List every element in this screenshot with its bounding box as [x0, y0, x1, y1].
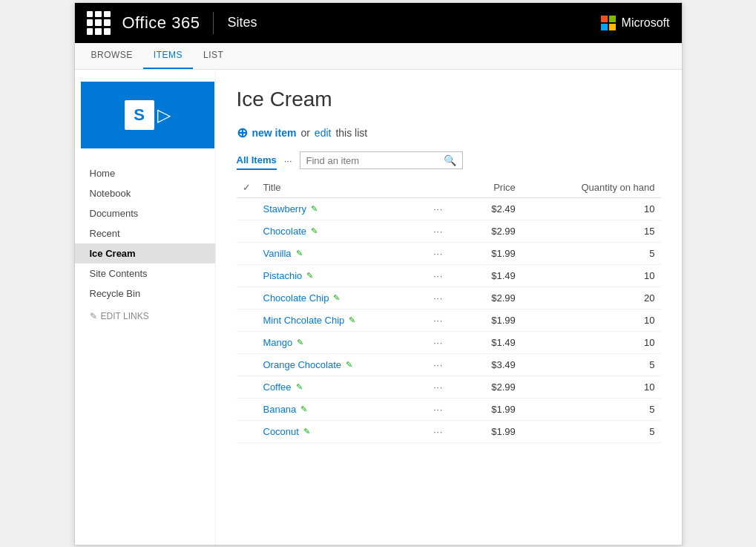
item-title-link[interactable]: Pistachio [263, 270, 303, 281]
item-edit-icon[interactable]: ✎ [306, 271, 313, 281]
all-items-button[interactable]: All Items [237, 151, 277, 170]
item-title-link[interactable]: Coconut [263, 426, 299, 437]
row-title-cell: Stawberry ✎ [257, 197, 428, 220]
sidebar-item-documents[interactable]: Documents [75, 203, 215, 223]
waffle-icon[interactable] [87, 11, 111, 35]
row-price-cell: $1.99 [463, 398, 522, 420]
item-title-link[interactable]: Chocolate [263, 226, 307, 237]
edit-list-link[interactable]: edit [315, 127, 332, 139]
item-context-menu[interactable]: ··· [433, 249, 443, 259]
sidebar-item-site-contents[interactable]: Site Contents [75, 263, 215, 284]
col-price-header: Price [463, 177, 522, 198]
new-item-bar: ⊕ new item or edit this list [237, 125, 661, 141]
sidebar-item-recent[interactable]: Recent [75, 223, 215, 243]
item-context-menu[interactable]: ··· [433, 293, 443, 304]
item-title-link[interactable]: Vanilla [263, 248, 292, 259]
app-title: Office 365 [122, 13, 200, 33]
item-title-link[interactable]: Banana [263, 404, 297, 415]
row-title-cell: Vanilla ✎ [257, 242, 428, 264]
row-price-cell: $2.99 [463, 286, 522, 309]
row-qty-cell: 15 [522, 220, 661, 242]
row-title-cell: Banana ✎ [257, 398, 428, 420]
table-row: Pistachio ✎ ··· $1.49 10 [237, 264, 661, 286]
item-title-link[interactable]: Stawberry [263, 203, 307, 214]
row-title-cell: Mint Chcolate Chip ✎ [257, 309, 428, 331]
row-qty-cell: 5 [522, 353, 661, 376]
row-qty-cell: 20 [522, 286, 661, 309]
ms-squares-icon [601, 16, 616, 30]
item-title-link[interactable]: Coffee [263, 381, 292, 393]
item-title-link[interactable]: Mint Chcolate Chip [263, 315, 345, 326]
sidebar-item-home[interactable]: Home [75, 163, 215, 183]
item-edit-icon[interactable]: ✎ [296, 249, 303, 258]
table-row: Mint Chcolate Chip ✎ ··· $1.99 10 [237, 309, 661, 331]
item-context-menu[interactable]: ··· [433, 382, 443, 393]
item-context-menu[interactable]: ··· [433, 427, 443, 437]
row-title-cell: Coconut ✎ [257, 420, 428, 442]
search-box: 🔍 [300, 151, 463, 169]
content-area: S ▷ Home Notebook Documents Recent Ice C… [75, 70, 682, 545]
item-title-link[interactable]: Chocolate Chip [263, 292, 329, 304]
row-menu-cell: ··· [427, 197, 462, 220]
col-title-header: Title [257, 177, 428, 198]
row-price-cell: $1.99 [463, 420, 522, 442]
row-price-cell: $1.99 [463, 242, 522, 264]
edit-links-button[interactable]: ✎ EDIT LINKS [75, 304, 215, 329]
edit-links-label: EDIT LINKS [101, 311, 149, 321]
row-title-cell: Mango ✎ [257, 331, 428, 353]
tab-browse[interactable]: BROWSE [81, 43, 143, 69]
item-edit-icon[interactable]: ✎ [303, 427, 310, 436]
search-input[interactable] [306, 155, 444, 166]
search-icon[interactable]: 🔍 [444, 154, 456, 166]
row-check-cell [237, 197, 257, 220]
ms-label: Microsoft [622, 16, 670, 30]
new-item-plus-icon: ⊕ [237, 125, 248, 141]
row-title-cell: Chocolate Chip ✎ [257, 286, 428, 309]
item-title-link[interactable]: Mango [263, 337, 293, 348]
row-qty-cell: 5 [522, 420, 661, 442]
item-context-menu[interactable]: ··· [433, 315, 443, 326]
sharepoint-icon: S ▷ [125, 100, 171, 130]
top-bar-divider [213, 12, 214, 34]
row-price-cell: $2.49 [463, 197, 522, 220]
row-menu-cell: ··· [427, 286, 462, 309]
sidebar-item-recycle-bin[interactable]: Recycle Bin [75, 284, 215, 304]
row-menu-cell: ··· [427, 331, 462, 353]
item-context-menu[interactable]: ··· [433, 226, 443, 237]
col-menu-header [427, 177, 462, 198]
items-table: ✓ Title Price Quantity on hand Stawberry… [237, 177, 661, 443]
row-title-cell: Chocolate ✎ [257, 220, 428, 242]
more-views-button[interactable]: ··· [284, 155, 292, 166]
row-check-cell [237, 376, 257, 398]
top-bar: Office 365 Sites Microsoft [75, 3, 682, 43]
table-row: Coconut ✎ ··· $1.99 5 [237, 420, 661, 442]
tab-list[interactable]: LIST [193, 43, 234, 69]
item-context-menu[interactable]: ··· [433, 338, 443, 348]
new-item-link[interactable]: new item [252, 127, 297, 139]
item-edit-icon[interactable]: ✎ [346, 360, 352, 370]
item-edit-icon[interactable]: ✎ [311, 204, 318, 214]
item-context-menu[interactable]: ··· [433, 204, 443, 214]
table-row: Coffee ✎ ··· $2.99 10 [237, 376, 661, 398]
item-edit-icon[interactable]: ✎ [311, 226, 318, 236]
item-context-menu[interactable]: ··· [433, 404, 443, 415]
tab-items[interactable]: ITEMS [143, 43, 193, 69]
item-edit-icon[interactable]: ✎ [300, 404, 307, 414]
row-qty-cell: 10 [522, 309, 661, 331]
sidebar: S ▷ Home Notebook Documents Recent Ice C… [75, 70, 216, 545]
item-title-link[interactable]: Orange Chocolate [263, 359, 342, 370]
row-qty-cell: 5 [522, 242, 661, 264]
row-check-cell [237, 331, 257, 353]
main-content: Ice Cream ⊕ new item or edit this list A… [216, 70, 682, 545]
item-edit-icon[interactable]: ✎ [333, 293, 340, 303]
item-context-menu[interactable]: ··· [433, 360, 443, 370]
sp-arrow-icon: ▷ [157, 105, 171, 125]
item-edit-icon[interactable]: ✎ [349, 315, 355, 325]
sidebar-item-notebook[interactable]: Notebook [75, 183, 215, 203]
item-edit-icon[interactable]: ✎ [296, 382, 303, 392]
row-menu-cell: ··· [427, 376, 462, 398]
item-edit-icon[interactable]: ✎ [297, 338, 303, 347]
row-title-cell: Orange Chocolate ✎ [257, 353, 428, 376]
sidebar-item-ice-cream[interactable]: Ice Cream [75, 243, 215, 263]
item-context-menu[interactable]: ··· [433, 271, 443, 281]
